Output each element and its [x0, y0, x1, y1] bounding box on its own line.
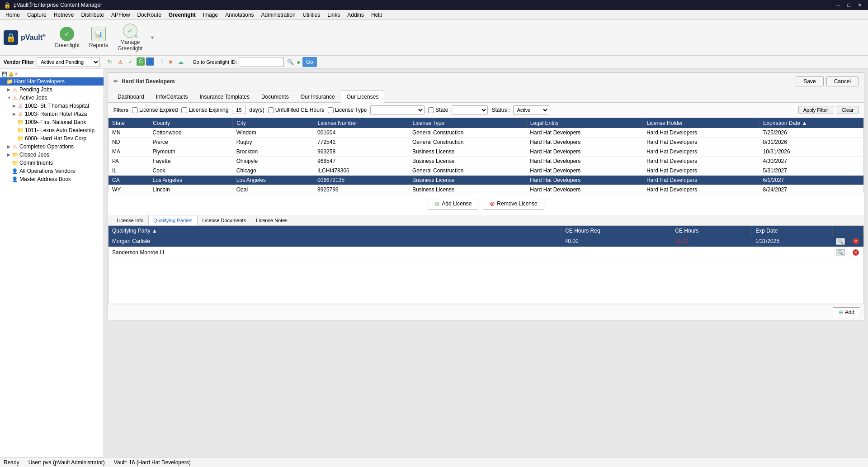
row-delete-button-0[interactable]: ✕ [852, 237, 860, 245]
maximize-button[interactable]: □ [844, 1, 853, 9]
license-table-row[interactable]: CALos AngelesLos Angeles006672135Busines… [108, 176, 863, 185]
license-expired-check[interactable]: License Expired [132, 107, 178, 113]
tab-dashboard[interactable]: Dashboard [112, 91, 150, 103]
license-table-row[interactable]: WYLincolnOpal8925793Business LicenseHard… [108, 185, 863, 193]
col-license-holder[interactable]: License Holder [643, 118, 760, 128]
tree-item-pending-jobs[interactable]: ▶ ⚠ Pending Jobs [0, 86, 104, 94]
menu-greenlight[interactable]: Greenlight [165, 11, 199, 19]
license-table-row[interactable]: MAPlymouthBrockton963258Business License… [108, 147, 863, 157]
tree-item-completed[interactable]: ▶ ⚠ Completed Operations [0, 143, 104, 151]
status-select[interactable]: Active Inactive All [513, 105, 549, 114]
license-expiring-check[interactable]: License Expiring [181, 107, 228, 113]
sub-tab-qualifying-parties[interactable]: Qualifying Parties [148, 215, 197, 225]
tree-item-all-vendors[interactable]: 👤 All Operations Vendors [0, 167, 104, 175]
menu-utilities[interactable]: Utilities [299, 11, 324, 19]
col-state[interactable]: State [108, 118, 149, 128]
col-ce-hours-req[interactable]: CE Hours Req [561, 226, 671, 236]
tab-our-licenses[interactable]: Our Licenses [341, 91, 385, 103]
person-filter-btn[interactable]: 👤 [146, 57, 154, 66]
minimize-button[interactable]: ─ [834, 1, 843, 9]
sub-tab-license-info[interactable]: License Info [112, 215, 148, 225]
menu-administration[interactable]: Administration [258, 11, 299, 19]
tab-documents[interactable]: Documents [255, 91, 295, 103]
menu-capture[interactable]: Capture [24, 11, 50, 19]
check-filter-btn[interactable]: ✓ [126, 57, 135, 67]
state-select[interactable] [452, 105, 488, 114]
go-button[interactable]: Go [302, 57, 317, 67]
menu-addins[interactable]: Addins [344, 11, 368, 19]
license-expired-checkbox[interactable] [132, 107, 138, 113]
sub-tab-license-documents[interactable]: License Documents [198, 215, 251, 225]
tree-item-1003[interactable]: ▶ ⚠ 1003- Renton Hotel Plaza [0, 110, 104, 118]
col-license-number[interactable]: License Number [314, 118, 409, 128]
col-license-type[interactable]: License Type [409, 118, 526, 128]
cancel-button[interactable]: Cancel [826, 76, 859, 86]
add-row-button[interactable]: ⊕ Add [833, 307, 860, 317]
star-filter-btn[interactable]: ★ [166, 57, 175, 67]
apply-filter-button[interactable]: Apply Filter [798, 106, 833, 114]
menu-annotations[interactable]: Annotations [222, 11, 257, 19]
green-filter-btn[interactable]: G [137, 57, 145, 66]
license-table-row[interactable]: PAFayetteOhiopyle968547Business LicenseH… [108, 157, 863, 166]
row-delete-button-1[interactable]: ✕ [852, 248, 860, 257]
greenlight-toolbar-button[interactable]: ✓ Greenlight [51, 25, 83, 50]
col-county[interactable]: County [149, 118, 233, 128]
close-button[interactable]: ✕ [855, 1, 864, 9]
reports-toolbar-button[interactable]: 📊 Reports [85, 25, 112, 50]
license-type-check[interactable]: License Type [328, 107, 367, 113]
menu-docroute[interactable]: DocRoute [133, 11, 165, 19]
license-table-row[interactable]: MNCottonwoodWindom001604General Construc… [108, 128, 863, 138]
license-table-row[interactable]: ILCookChicagoILCHI478306General Construc… [108, 166, 863, 176]
col-city[interactable]: City [233, 118, 314, 128]
tab-insurance-templates[interactable]: Insurance Templates [193, 91, 255, 103]
unfulfilled-ce-check[interactable]: Unfulfilled CE Hours [268, 107, 324, 113]
row-search-button-0[interactable]: 🔍 [836, 237, 844, 245]
tree-item-active-jobs[interactable]: ▼ ⚠ Active Jobs [0, 94, 104, 102]
tree-item-1011[interactable]: 📁 1011- Lexus Auto Dealership [0, 126, 104, 134]
menu-retrieve[interactable]: Retrieve [50, 11, 78, 19]
license-type-checkbox[interactable] [328, 107, 334, 113]
col-qualifying-party[interactable]: Qualifying Party ▲ [108, 226, 561, 236]
tree-item-1002[interactable]: ▶ ⚠ 1002- St. Thomas Hospital [0, 102, 104, 110]
add-license-button[interactable]: ⊕ Add License [428, 198, 478, 210]
tab-our-insurance[interactable]: Our Insurance [295, 91, 341, 103]
qualifying-table-row[interactable]: Sanderson Monroe III🔍✕ [108, 247, 863, 258]
days-input[interactable] [232, 106, 245, 114]
menu-distribute[interactable]: Distribute [77, 11, 108, 19]
col-legal-entity[interactable]: Legal Entity [526, 118, 643, 128]
col-expiration-date[interactable]: Expiration Date ▲ [760, 118, 863, 128]
save-button[interactable]: Save [796, 76, 823, 86]
sidebar-toolbar-save[interactable]: 💾 [2, 71, 7, 76]
state-check[interactable]: State [428, 107, 448, 113]
license-type-select[interactable]: Business License General Construction [370, 105, 425, 114]
tree-item-6000[interactable]: 📁 6000- Hard Hat Dev Corp [0, 134, 104, 143]
license-expiring-checkbox[interactable] [181, 107, 187, 113]
menu-apflow[interactable]: APFlow [108, 11, 133, 19]
license-table-row[interactable]: NDPierceRugby772541General ConstructionH… [108, 138, 863, 147]
clear-filter-button[interactable]: Clear [837, 106, 859, 114]
menu-links[interactable]: Links [324, 11, 344, 19]
menu-help[interactable]: Help [368, 11, 386, 19]
sidebar-toolbar-bell[interactable]: 🔔 [8, 71, 14, 76]
qualifying-table-row[interactable]: Morgan Carlisle40.0031.001/31/2025🔍✕ [108, 236, 863, 247]
warning-filter-btn[interactable]: ⚠ [116, 57, 125, 67]
go-input[interactable] [239, 57, 284, 67]
row-search-button-1[interactable]: 🔍 [836, 248, 844, 257]
doc-filter-btn[interactable]: 📄 [156, 57, 165, 67]
menu-home[interactable]: Home [2, 11, 24, 19]
unfulfilled-ce-checkbox[interactable] [268, 107, 274, 113]
vendor-filter-select[interactable]: Active and Pending Active Pending All [37, 57, 100, 67]
tree-item-closed[interactable]: ▶ 📁 Closed Jobs [0, 151, 104, 159]
tree-item-master-address[interactable]: 👤 Master Address Book [0, 175, 104, 183]
sub-tab-license-notes[interactable]: License Notes [251, 215, 292, 225]
cloud-filter-btn[interactable]: ☁ [176, 57, 185, 67]
col-exp-date[interactable]: Exp Date [752, 226, 833, 236]
tree-item-commitments[interactable]: 📁 Commitments [0, 159, 104, 167]
refresh-icon-btn[interactable]: ↻ [105, 57, 114, 67]
manage-greenlight-button[interactable]: ✓ ⚙ ManageGreenlight [114, 22, 146, 53]
sidebar-toolbar-close[interactable]: ✕ [14, 71, 18, 76]
col-ce-hours[interactable]: CE Hours [671, 226, 752, 236]
menu-image[interactable]: Image [199, 11, 222, 19]
tab-info-contacts[interactable]: Info/Contacts [150, 91, 194, 103]
remove-license-button[interactable]: ⊗ Remove License [483, 198, 544, 210]
